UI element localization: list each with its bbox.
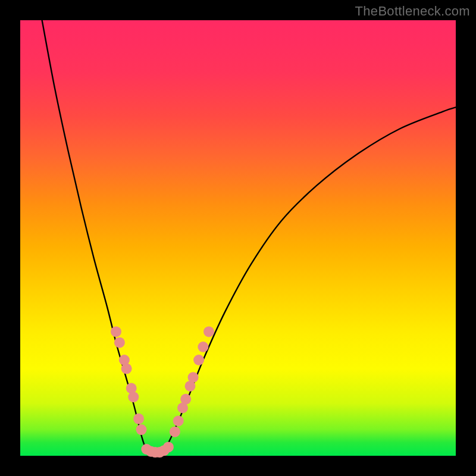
watermark-text: TheBottleneck.com xyxy=(355,4,470,19)
data-point-dot xyxy=(188,372,199,383)
data-point-dot xyxy=(163,441,174,452)
chart-svg xyxy=(20,20,456,456)
data-point-dot xyxy=(170,427,180,437)
marker-layer xyxy=(111,326,214,458)
data-point-dot xyxy=(121,364,132,374)
data-point-dot xyxy=(198,342,208,352)
chart-plot-area xyxy=(20,20,456,456)
data-point-dot xyxy=(173,415,184,426)
series-layer xyxy=(42,20,456,456)
chart-frame: TheBottleneck.com xyxy=(0,0,476,476)
data-point-dot xyxy=(193,355,204,365)
bottleneck-curve xyxy=(42,20,456,456)
data-point-dot xyxy=(180,394,191,405)
data-point-dot xyxy=(111,326,121,337)
data-point-dot xyxy=(136,424,147,435)
data-point-dot xyxy=(128,392,139,402)
data-point-dot xyxy=(114,337,125,348)
data-point-dot xyxy=(203,326,214,337)
data-point-dot xyxy=(133,414,144,424)
